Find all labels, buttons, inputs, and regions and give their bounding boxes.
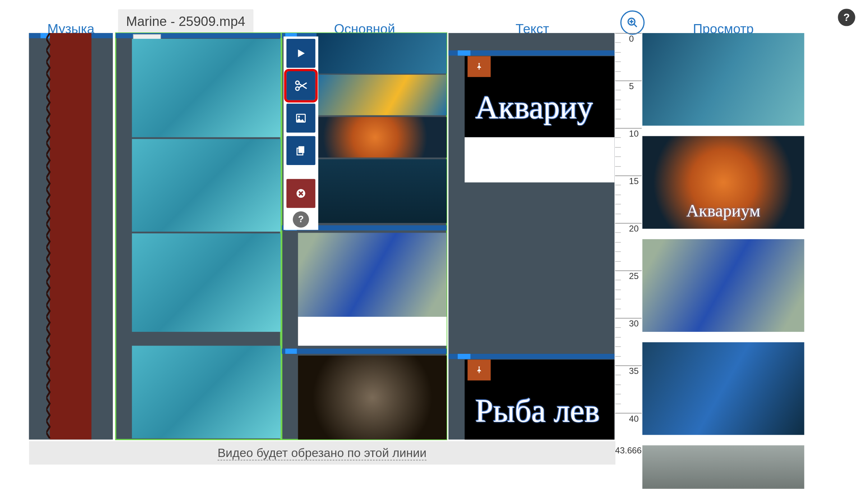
text-track[interactable]: Аквариу Рыба лев <box>448 33 614 440</box>
ruler-tick: 15 <box>615 175 642 186</box>
clip-segment[interactable] <box>132 233 281 332</box>
image-button[interactable] <box>286 104 315 133</box>
thumb[interactable] <box>298 356 447 440</box>
ruler-tick: 25 <box>615 270 642 281</box>
copy-button[interactable] <box>286 136 315 165</box>
ruler-tick: 0 <box>615 33 642 44</box>
svg-rect-9 <box>299 146 304 153</box>
preview-column: Аквариум <box>642 33 804 489</box>
clip-gap <box>465 137 614 183</box>
cut-button[interactable] <box>286 71 315 100</box>
text-clip[interactable]: Рыба лев <box>465 360 614 439</box>
preview-thumb[interactable]: Аквариум <box>642 136 804 229</box>
audio-waveform <box>50 33 92 440</box>
svg-point-5 <box>296 81 299 84</box>
svg-line-1 <box>634 24 637 27</box>
clip-gap <box>298 317 447 346</box>
preview-thumb[interactable] <box>642 239 804 332</box>
pin-icon[interactable] <box>467 56 490 77</box>
music-track[interactable] <box>29 33 113 440</box>
thumb[interactable] <box>317 75 447 115</box>
preview-thumb[interactable] <box>642 445 804 489</box>
svg-rect-12 <box>479 67 480 69</box>
tool-help-icon[interactable]: ? <box>293 211 309 228</box>
ruler-tick: 40 <box>615 413 642 423</box>
pin-icon[interactable] <box>467 360 490 380</box>
tool-panel: ? <box>283 36 318 230</box>
zoom-button[interactable] <box>620 10 645 35</box>
ruler-end-label: 43.666 <box>615 445 642 455</box>
svg-point-6 <box>296 87 299 91</box>
thumb[interactable] <box>317 33 447 74</box>
clip-segment[interactable] <box>132 346 281 439</box>
play-button[interactable] <box>286 39 315 68</box>
preview-thumb[interactable] <box>642 342 804 435</box>
video-track-selected[interactable] <box>116 33 281 440</box>
delete-button[interactable] <box>286 179 315 208</box>
ruler-tick: 10 <box>615 128 642 138</box>
svg-point-8 <box>298 116 300 118</box>
ruler-tick: 30 <box>615 318 642 328</box>
footer-message: Видео будет обрезано по этой линии <box>29 441 615 464</box>
thumb[interactable] <box>317 117 447 157</box>
clip-segment[interactable] <box>132 39 281 137</box>
thumb[interactable] <box>317 159 447 223</box>
preview-thumb[interactable] <box>642 33 804 126</box>
ruler-tick: 5 <box>615 81 642 91</box>
time-ruler: 0 5 10 15 20 25 30 35 40 43.666 <box>615 33 642 456</box>
text-clip-label: Рыба лев <box>475 392 600 429</box>
text-clip-label: Аквариу <box>475 88 593 125</box>
ruler-tick: 20 <box>615 223 642 233</box>
help-icon[interactable]: ? <box>838 9 855 26</box>
filename-badge: Marine - 25909.mp4 <box>118 9 254 34</box>
clip-segment[interactable] <box>132 139 281 232</box>
thumb[interactable] <box>298 233 447 317</box>
text-clip[interactable]: Аквариу <box>465 56 614 137</box>
svg-rect-13 <box>479 371 480 373</box>
ruler-tick: 35 <box>615 365 642 376</box>
preview-overlay-title: Аквариум <box>642 201 804 221</box>
